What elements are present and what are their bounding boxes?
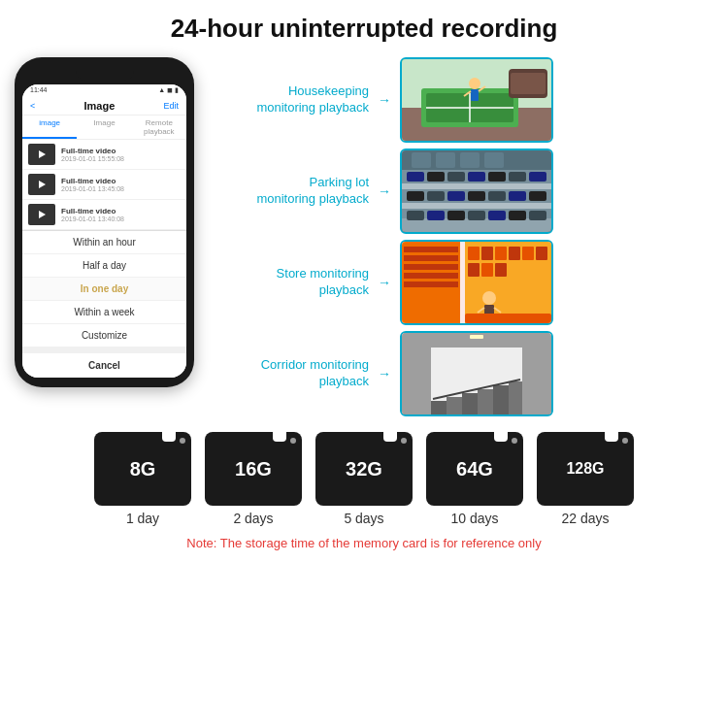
- svg-rect-32: [447, 211, 465, 220]
- svg-rect-74: [509, 381, 522, 414]
- monitoring-label-1: Housekeeping monitoring playback: [218, 83, 369, 116]
- monitoring-photo-1: [400, 57, 553, 143]
- phone-cancel-btn[interactable]: Cancel: [22, 347, 186, 378]
- arrow-icon-4: →: [377, 366, 392, 381]
- main-content: 11:44 ▲ ◼ ▮ < Image Edit image Image Rem…: [5, 57, 723, 416]
- item-text-2: Full-time video 2019-01-01 13:45:08: [61, 177, 181, 192]
- phone-tab-remote[interactable]: Remote playback: [132, 116, 186, 139]
- list-item: Full-time video 2019-01-01 15:55:08: [22, 140, 186, 170]
- svg-rect-77: [522, 333, 551, 414]
- svg-rect-71: [462, 393, 478, 414]
- play-icon-2: [39, 181, 46, 188]
- svg-rect-20: [529, 172, 546, 182]
- play-icon-3: [39, 211, 46, 218]
- svg-rect-11: [511, 73, 546, 94]
- monitoring-row-3: Store monitoring playback →: [218, 240, 723, 325]
- dropdown-item-2[interactable]: Half a day: [22, 254, 186, 278]
- dropdown-item-3[interactable]: In one day: [22, 278, 186, 301]
- dropdown-item-4[interactable]: Within a week: [22, 301, 186, 324]
- phone-notch: [76, 67, 134, 81]
- storage-section: 8G 1 day 16G 2 days 32G 5 days: [5, 432, 723, 550]
- sd-card-item-64g: 64G 10 days: [426, 432, 523, 526]
- phone-header: < Image Edit: [22, 96, 186, 116]
- video-thumb-1: [28, 144, 55, 165]
- svg-rect-14: [407, 172, 424, 182]
- item-title-2: Full-time video: [61, 177, 181, 185]
- monitoring-row-4: Corridor monitoring playback →: [218, 331, 723, 416]
- video-thumb-2: [28, 174, 55, 195]
- play-icon-1: [39, 150, 46, 158]
- sd-card-size-64g: 64G: [456, 458, 493, 480]
- item-text-3: Full-time video 2019-01-01 13:40:08: [61, 207, 181, 222]
- sd-cards-row: 8G 1 day 16G 2 days 32G 5 days: [94, 432, 634, 526]
- svg-rect-16: [447, 172, 465, 182]
- phone-tab-image[interactable]: image: [22, 116, 77, 139]
- svg-rect-29: [402, 203, 551, 209]
- sd-card-16g: 16G: [205, 432, 302, 506]
- item-text-1: Full-time video 2019-01-01 15:55:08: [61, 147, 181, 162]
- svg-rect-58: [495, 263, 507, 277]
- housekeeping-svg: [402, 59, 551, 141]
- page-title: 24-hour uninterrupted recording: [171, 14, 558, 44]
- dropdown-item-1[interactable]: Within an hour: [22, 231, 186, 254]
- svg-rect-63: [465, 314, 551, 323]
- item-title-3: Full-time video: [61, 207, 181, 215]
- phone-edit-btn[interactable]: Edit: [163, 101, 179, 111]
- corridor-svg: [402, 333, 551, 414]
- item-date-2: 2019-01-01 13:45:08: [61, 185, 181, 192]
- svg-rect-69: [431, 401, 447, 414]
- list-item: Full-time video 2019-01-01 13:40:08: [22, 200, 186, 230]
- svg-rect-72: [478, 389, 493, 414]
- store-svg: [402, 242, 551, 323]
- sd-card-8g: 8G: [94, 432, 191, 506]
- monitoring-photo-3: [400, 240, 553, 325]
- svg-rect-39: [436, 152, 455, 168]
- monitoring-photo-2: [400, 149, 553, 234]
- sd-card-item-8g: 8G 1 day: [94, 432, 191, 526]
- sd-card-size-32g: 32G: [346, 458, 382, 480]
- svg-point-59: [482, 291, 496, 305]
- item-date-1: 2019-01-01 15:55:08: [61, 155, 181, 162]
- arrow-icon-2: →: [377, 183, 392, 199]
- sd-card-notch-8g: [162, 432, 176, 442]
- svg-rect-23: [427, 191, 445, 201]
- svg-rect-24: [447, 191, 465, 201]
- svg-rect-40: [460, 152, 480, 168]
- svg-rect-70: [447, 397, 462, 414]
- svg-rect-73: [493, 385, 509, 414]
- phone-body: 11:44 ▲ ◼ ▮ < Image Edit image Image Rem…: [15, 57, 194, 387]
- parking-svg: [402, 150, 551, 232]
- photo-store: [402, 242, 551, 323]
- dropdown-item-5[interactable]: Customize: [22, 324, 186, 347]
- phone-dropdown: Within an hour Half a day In one day Wit…: [22, 230, 186, 347]
- svg-rect-47: [404, 264, 458, 270]
- svg-rect-53: [509, 247, 520, 260]
- svg-rect-76: [402, 333, 431, 414]
- sd-card-notch-32g: [383, 432, 397, 442]
- svg-rect-19: [509, 172, 526, 182]
- item-title-1: Full-time video: [61, 147, 181, 155]
- sd-days-16g: 2 days: [233, 511, 273, 526]
- sd-card-item-32g: 32G 5 days: [315, 432, 413, 526]
- photo-parking: [402, 150, 551, 232]
- page: 24-hour uninterrupted recording 11:44 ▲ …: [0, 0, 728, 728]
- svg-rect-57: [481, 263, 493, 277]
- item-date-3: 2019-01-01 13:40:08: [61, 215, 181, 222]
- sd-days-8g: 1 day: [126, 511, 159, 526]
- svg-rect-54: [522, 247, 534, 260]
- svg-rect-52: [495, 247, 507, 260]
- svg-rect-50: [468, 247, 480, 260]
- phone-tab-image2[interactable]: Image: [77, 116, 131, 139]
- monitoring-label-2: Parking lot monitoring playback: [218, 175, 369, 208]
- svg-rect-34: [488, 211, 506, 220]
- sd-card-32g: 32G: [315, 432, 413, 506]
- svg-rect-21: [402, 183, 551, 189]
- sd-card-item-128g: 128G 22 days: [537, 432, 634, 526]
- arrow-icon-3: →: [377, 275, 392, 290]
- sd-card-notch-128g: [605, 432, 618, 442]
- svg-rect-7: [471, 89, 479, 101]
- svg-rect-35: [509, 211, 526, 220]
- svg-rect-48: [404, 273, 458, 279]
- phone-back-btn[interactable]: <: [30, 101, 35, 111]
- svg-rect-15: [427, 172, 445, 182]
